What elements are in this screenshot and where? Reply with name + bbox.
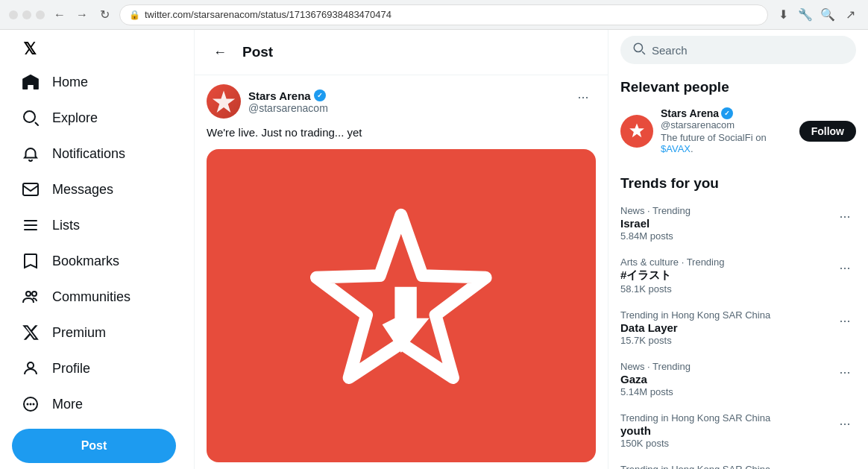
svg-marker-14 xyxy=(629,123,644,137)
svg-rect-3 xyxy=(24,224,37,226)
back-button[interactable]: ← xyxy=(207,39,233,66)
sidebar-messages-label: Messages xyxy=(52,182,113,198)
sidebar-item-explore[interactable]: Explore xyxy=(12,101,182,135)
browser-close-btn xyxy=(9,10,18,19)
browser-refresh-button[interactable]: ↻ xyxy=(95,6,113,24)
sidebar-home-label: Home xyxy=(52,75,88,90)
lists-icon xyxy=(21,215,40,235)
mail-icon xyxy=(21,180,40,199)
sidebar-item-lists[interactable]: Lists xyxy=(12,208,182,242)
sidebar-more-label: More xyxy=(52,397,83,412)
trend-item-3[interactable]: News · Trending Gaza 5.14M posts ··· xyxy=(620,353,856,405)
sidebar-communities-label: Communities xyxy=(52,289,130,305)
person-avatar[interactable] xyxy=(620,115,653,148)
tweet-author-name: Stars Arena ✓ xyxy=(248,89,328,102)
avax-link[interactable]: $AVAX xyxy=(661,143,691,154)
sidebar-explore-label: Explore xyxy=(52,110,98,126)
person-verified-badge: ✓ xyxy=(721,107,733,119)
post-button[interactable]: Post xyxy=(12,429,176,463)
relevant-people-section: Relevant people Stars Arena ✓ @starsaren… xyxy=(620,70,856,160)
trend-item-2[interactable]: Trending in Hong Kong SAR China Data Lay… xyxy=(620,302,856,353)
trend-name-1: #イラスト xyxy=(620,268,724,283)
tweet-image xyxy=(207,149,596,462)
trend-item-4[interactable]: Trending in Hong Kong SAR China youth 15… xyxy=(620,405,856,456)
sidebar-bookmarks-label: Bookmarks xyxy=(52,254,119,269)
trend-info-0: News · Trending Israel 5.84M posts xyxy=(620,205,691,242)
trend-more-4[interactable]: ··· xyxy=(834,412,856,435)
sidebar-item-profile[interactable]: Profile xyxy=(12,351,182,385)
sidebar-item-bookmarks[interactable]: Bookmarks xyxy=(12,244,182,278)
relevant-person: Stars Arena ✓ @starsarenacom The future … xyxy=(620,101,856,160)
tweet-container: Stars Arena ✓ @starsarenacom ··· We're l… xyxy=(195,75,608,469)
lock-icon: 🔒 xyxy=(129,10,140,20)
browser-max-btn xyxy=(36,10,45,19)
browser-forward-button[interactable]: → xyxy=(73,6,91,24)
browser-chrome: ← → ↻ 🔒 twitter.com/starsarenacom/status… xyxy=(0,0,868,30)
profile-icon xyxy=(21,359,40,378)
browser-extensions-button[interactable]: 🔧 xyxy=(796,6,814,24)
sidebar-lists-label: Lists xyxy=(52,218,80,233)
sidebar-logo[interactable]: 𝕏 xyxy=(12,36,48,62)
tweet-text: We're live. Just no trading... yet xyxy=(207,125,596,142)
person-name: Stars Arena ✓ xyxy=(661,107,792,119)
search-input-wrap[interactable] xyxy=(620,36,856,64)
browser-share-button[interactable]: ↗ xyxy=(841,6,859,24)
trends-title: Trends for you xyxy=(620,166,856,198)
verified-badge: ✓ xyxy=(314,89,326,101)
author-avatar[interactable] xyxy=(207,84,241,119)
explore-icon xyxy=(21,108,40,128)
trend-count-0: 5.84M posts xyxy=(620,230,691,242)
trend-more-1[interactable]: ··· xyxy=(834,256,856,279)
right-sidebar: Relevant people Stars Arena ✓ @starsaren… xyxy=(608,30,868,469)
trend-more-0[interactable]: ··· xyxy=(834,205,856,227)
svg-point-13 xyxy=(634,43,642,51)
browser-zoom-button[interactable]: 🔍 xyxy=(819,6,837,24)
browser-download-button[interactable]: ⬇ xyxy=(774,6,792,24)
trend-name-0: Israel xyxy=(620,217,691,230)
back-arrow-icon: ← xyxy=(213,45,227,60)
trend-item-5[interactable]: Trending in Hong Kong SAR China Islamic … xyxy=(620,456,856,469)
person-bio: The future of SocialFi on $AVAX. xyxy=(661,132,792,154)
trend-item-0[interactable]: News · Trending Israel 5.84M posts ··· xyxy=(620,198,856,249)
ellipsis-icon: ··· xyxy=(577,89,588,105)
relevant-people-title: Relevant people xyxy=(620,70,856,101)
post-header: ← Post xyxy=(195,30,608,75)
sidebar-item-notifications[interactable]: Notifications xyxy=(12,136,182,171)
sidebar-item-more[interactable]: More xyxy=(12,387,182,421)
app-container: 𝕏 Home Explore Notifications Messages xyxy=(0,30,868,469)
trend-more-5[interactable]: ··· xyxy=(834,464,856,469)
svg-point-7 xyxy=(28,362,34,368)
trend-category-0: News · Trending xyxy=(620,205,691,216)
trend-name-4: youth xyxy=(620,424,770,437)
follow-button[interactable]: Follow xyxy=(799,121,856,142)
svg-point-9 xyxy=(27,403,29,406)
x-logo-icon: 𝕏 xyxy=(23,40,37,59)
sidebar-item-communities[interactable]: Communities xyxy=(12,280,182,314)
trend-category-5: Trending in Hong Kong SAR China xyxy=(620,464,770,469)
trend-more-2[interactable]: ··· xyxy=(834,309,856,332)
browser-back-button[interactable]: ← xyxy=(51,6,69,24)
trend-category-4: Trending in Hong Kong SAR China xyxy=(620,412,770,424)
tweet-author-handle: @starsarenacom xyxy=(248,102,328,114)
browser-address-bar[interactable]: 🔒 twitter.com/starsarenacom/status/17136… xyxy=(119,4,768,25)
sidebar-item-home[interactable]: Home xyxy=(12,65,182,99)
browser-min-btn xyxy=(22,10,31,19)
trend-more-3[interactable]: ··· xyxy=(834,361,856,383)
tweet-author-row: Stars Arena ✓ @starsarenacom ··· xyxy=(207,84,596,119)
svg-rect-4 xyxy=(24,229,37,230)
svg-rect-2 xyxy=(24,220,37,221)
home-icon xyxy=(21,72,40,92)
person-handle: @starsarenacom xyxy=(661,119,792,130)
tweet-more-button[interactable]: ··· xyxy=(570,84,596,110)
trend-name-2: Data Layer xyxy=(620,321,770,334)
search-input[interactable] xyxy=(652,44,844,57)
search-icon xyxy=(632,42,646,58)
premium-icon xyxy=(21,323,40,342)
svg-marker-12 xyxy=(213,91,235,113)
sidebar-item-premium[interactable]: Premium xyxy=(12,315,182,350)
trend-info-1: Arts & culture · Trending #イラスト 58.1K po… xyxy=(620,256,724,295)
trend-item-1[interactable]: Arts & culture · Trending #イラスト 58.1K po… xyxy=(620,249,856,302)
trend-count-3: 5.14M posts xyxy=(620,386,691,397)
sidebar-item-messages[interactable]: Messages xyxy=(12,172,182,207)
trends-section: Trends for you News · Trending Israel 5.… xyxy=(620,166,856,469)
